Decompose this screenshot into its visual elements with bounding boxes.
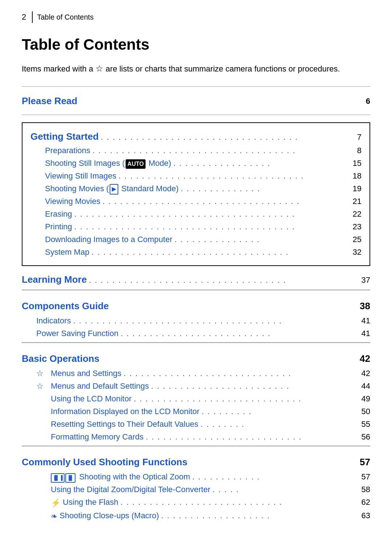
- item-shooting-still: Shooting Still Images (AUTO Mode) . . . …: [30, 157, 362, 169]
- item-page: 62: [362, 496, 370, 508]
- star-icon: ☆: [36, 367, 51, 379]
- item-page: 41: [362, 327, 370, 339]
- item-label: Downloading Images to a Computer: [45, 233, 172, 245]
- item-label: Indicators: [36, 315, 71, 327]
- item-downloading: Downloading Images to a Computer . . . .…: [30, 233, 362, 245]
- item-viewing-still: Viewing Still Images . . . . . . . . . .…: [30, 170, 362, 182]
- divider-components: [22, 290, 370, 290]
- star-icon: ☆: [95, 64, 103, 73]
- intro-text: Items marked with a ☆ are lists or chart…: [22, 62, 370, 75]
- item-flash: ⚡ Using the Flash . . . . . . . . . . . …: [36, 496, 370, 509]
- item-power-saving: Power Saving Function . . . . . . . . . …: [36, 327, 370, 339]
- item-formatting: Formatting Memory Cards . . . . . . . . …: [36, 431, 370, 443]
- item-label: Using the Digital Zoom/Digital Tele-Conv…: [51, 483, 211, 495]
- item-resetting: Resetting Settings to Their Default Valu…: [36, 418, 370, 430]
- page-title: Table of Contents: [22, 33, 370, 56]
- divider-basic-ops: [22, 342, 370, 343]
- zoom-icon-tele: ▐▌: [65, 473, 75, 483]
- components-guide-heading: Components Guide: [22, 299, 109, 313]
- item-page: 32: [353, 246, 362, 258]
- item-page: 55: [362, 418, 370, 430]
- item-digital-zoom: Using the Digital Zoom/Digital Tele-Conv…: [36, 483, 370, 495]
- learning-more-heading: Learning More: [22, 273, 87, 287]
- basic-operations-page: 42: [360, 352, 370, 366]
- zoom-icons: ▐▌▐ ▐▌: [51, 473, 75, 483]
- item-menus-default: ☆ Menus and Default Settings . . . . . .…: [36, 380, 370, 392]
- item-preparations: Preparations . . . . . . . . . . . . . .…: [30, 144, 362, 156]
- item-label: Viewing Still Images: [45, 170, 116, 182]
- item-label: Shooting Still Images (AUTO Mode): [45, 157, 171, 169]
- item-viewing-movies: Viewing Movies . . . . . . . . . . . . .…: [30, 195, 362, 207]
- components-guide-page: 38: [360, 299, 370, 313]
- macro-icon: ❧: [51, 510, 57, 522]
- item-label: Resetting Settings to Their Default Valu…: [51, 418, 198, 430]
- item-label: Information Displayed on the LCD Monitor: [51, 405, 200, 417]
- item-page: 15: [353, 157, 362, 169]
- item-page: 50: [362, 405, 370, 417]
- item-page: 63: [362, 510, 370, 522]
- item-label: System Map: [45, 246, 89, 258]
- item-page: 49: [362, 393, 370, 405]
- item-page: 56: [362, 431, 370, 443]
- please-read-page: 6: [366, 95, 370, 107]
- item-page: 21: [353, 195, 362, 207]
- commonly-used-heading: Commonly Used Shooting Functions: [22, 455, 187, 469]
- item-label: Formatting Memory Cards: [51, 431, 144, 443]
- item-label: ❧ Shooting Close-ups (Macro): [51, 510, 159, 522]
- learning-more-page: 37: [362, 274, 370, 286]
- page-header: 2 Table of Contents: [22, 11, 370, 26]
- item-page: 41: [362, 315, 370, 327]
- getting-started-dots: . . . . . . . . . . . . . . . . . . . . …: [101, 131, 355, 143]
- item-page: 8: [357, 144, 362, 156]
- commonly-used-page: 57: [360, 455, 370, 469]
- item-indicators: Indicators . . . . . . . . . . . . . . .…: [36, 315, 370, 327]
- item-info-lcd: Information Displayed on the LCD Monitor…: [36, 405, 370, 417]
- item-page: 19: [353, 183, 362, 195]
- movie-icon: ▶: [110, 184, 118, 195]
- item-label: Using the LCD Monitor: [51, 393, 132, 405]
- page-number: 2: [22, 11, 26, 23]
- item-label: Power Saving Function: [36, 327, 118, 339]
- item-page: 42: [362, 367, 370, 379]
- getting-started-page: 7: [357, 131, 362, 143]
- item-label: Preparations: [45, 144, 90, 156]
- components-items: Indicators . . . . . . . . . . . . . . .…: [22, 315, 370, 339]
- item-page: 58: [362, 483, 370, 495]
- header-section-label: Table of Contents: [37, 12, 94, 23]
- please-read-label: Please Read: [22, 94, 77, 108]
- item-system-map: System Map . . . . . . . . . . . . . . .…: [30, 246, 362, 258]
- item-label: Printing: [45, 221, 72, 233]
- item-lcd-monitor: Using the LCD Monitor . . . . . . . . . …: [36, 393, 370, 405]
- item-macro: ❧ Shooting Close-ups (Macro) . . . . . .…: [36, 510, 370, 522]
- item-label: ▐▌▐ ▐▌ Shooting with the Optical Zoom: [51, 471, 190, 483]
- item-label: Menus and Default Settings: [51, 380, 149, 392]
- item-label: Menus and Settings: [51, 367, 121, 379]
- auto-icon: AUTO: [126, 159, 146, 169]
- item-page: 18: [353, 170, 362, 182]
- item-shooting-movies: Shooting Movies (▶ Standard Mode) . . . …: [30, 183, 362, 195]
- item-page: 44: [362, 380, 370, 392]
- item-page: 57: [362, 471, 370, 483]
- divider-commonly-used: [22, 446, 370, 446]
- item-label: Viewing Movies: [45, 195, 100, 207]
- item-printing: Printing . . . . . . . . . . . . . . . .…: [30, 221, 362, 233]
- item-page: 22: [353, 208, 362, 220]
- commonly-used-row: Commonly Used Shooting Functions 57: [22, 451, 370, 471]
- components-guide-row: Components Guide 38: [22, 295, 370, 315]
- getting-started-heading: Getting Started: [30, 130, 99, 144]
- basic-operations-row: Basic Operations 42: [22, 348, 370, 367]
- item-label: ⚡ Using the Flash: [51, 496, 118, 509]
- item-menus-settings: ☆ Menus and Settings . . . . . . . . . .…: [36, 367, 370, 379]
- item-erasing: Erasing . . . . . . . . . . . . . . . . …: [30, 208, 362, 220]
- item-label: Erasing: [45, 208, 72, 220]
- getting-started-box: Getting Started . . . . . . . . . . . . …: [22, 122, 370, 266]
- header-divider: [32, 11, 33, 23]
- basic-operations-items: ☆ Menus and Settings . . . . . . . . . .…: [22, 367, 370, 443]
- zoom-icon-wide: ▐▌▐: [51, 473, 65, 483]
- divider-please-read: [22, 86, 370, 87]
- please-read-row: Please Read 6: [22, 90, 370, 111]
- star-icon: ☆: [36, 380, 51, 392]
- getting-started-heading-row: Getting Started . . . . . . . . . . . . …: [30, 130, 362, 144]
- flash-icon: ⚡: [51, 497, 61, 509]
- commonly-used-items: ▐▌▐ ▐▌ Shooting with the Optical Zoom . …: [22, 471, 370, 522]
